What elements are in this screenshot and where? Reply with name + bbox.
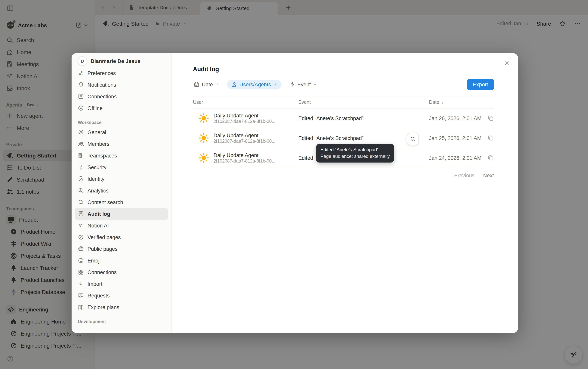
filter-button[interactable]: Event	[288, 80, 318, 89]
sun-agent-avatar-icon	[199, 113, 209, 123]
event-date: Jan 26, 2026, 2:01 AM	[429, 115, 481, 121]
settings-nav-label: Explore plans	[87, 304, 119, 310]
settings-nav-label: Connections	[87, 269, 117, 275]
copy-icon[interactable]	[488, 135, 494, 141]
search-icon	[78, 199, 84, 205]
next-page-button[interactable]: Next	[483, 173, 494, 178]
person-icon	[231, 82, 237, 87]
settings-nav-label: Verified pages	[87, 234, 121, 240]
settings-nav-label: Preferences	[87, 70, 116, 76]
column-header-date[interactable]: Date	[429, 100, 494, 105]
agent-name: Daily Update Agent	[214, 153, 275, 158]
event-description: Edited “Anete’s Scratchpad”	[298, 115, 364, 121]
chevron-down-icon	[313, 82, 317, 86]
development-section-label: Development	[75, 319, 168, 324]
settings-nav-item[interactable]: Offline	[75, 102, 168, 114]
filter-label: Date	[202, 82, 213, 87]
settings-nav-label: Analytics	[87, 188, 109, 194]
copy-icon[interactable]	[488, 155, 494, 161]
calendar-icon	[194, 82, 199, 87]
building-icon	[78, 153, 84, 159]
sun-agent-avatar-icon	[199, 153, 209, 163]
settings-nav-item[interactable]: Emoji	[75, 255, 168, 266]
settings-nav-item[interactable]: Public pages	[75, 243, 168, 255]
settings-nav-item[interactable]: Notifications	[75, 79, 168, 91]
event-date: Jan 25, 2026, 2:01 AM	[429, 135, 481, 141]
key-icon	[78, 164, 84, 170]
settings-nav-item[interactable]: Verified pages	[75, 231, 168, 243]
agent-id: 2f102087-daa7-812a-8f1b-00...	[214, 159, 275, 163]
column-header-event[interactable]: Event	[298, 100, 429, 105]
settings-nav: D Dianmarie De Jesus Preferences Notific…	[72, 53, 172, 333]
event-description: Edited “Anete’s Scratchpad”	[298, 135, 364, 141]
copy-icon[interactable]	[488, 115, 494, 121]
settings-nav-label: Requests	[87, 293, 110, 298]
event-tooltip: Edited “Anete’s Scratchpad” Page audienc…	[316, 144, 394, 163]
settings-nav-item[interactable]: Members	[75, 138, 168, 150]
settings-nav-item[interactable]: Content search	[75, 196, 168, 208]
table-header: User Event Date	[193, 96, 494, 109]
map-icon	[78, 304, 84, 310]
settings-content: Audit log Date Users/Agents	[172, 53, 518, 333]
import-icon	[78, 281, 84, 287]
agent-id: 2f102087-daa7-812a-8f1b-00...	[214, 119, 275, 124]
row-search-button[interactable]	[407, 133, 419, 145]
close-button[interactable]	[502, 59, 511, 67]
settings-nav-item[interactable]: Connections	[75, 91, 168, 102]
pagination: Previous Next	[193, 173, 494, 178]
settings-nav-label: Security	[87, 164, 107, 170]
settings-nav-item[interactable]: Identity	[75, 173, 168, 185]
download-circle-icon	[78, 105, 84, 111]
tooltip-line2: Page audience: shared externally	[320, 153, 390, 160]
audit-log-title: Audit log	[193, 66, 494, 73]
filter-button[interactable]: Users/Agents	[227, 80, 281, 89]
badge-check-icon	[78, 234, 84, 240]
agent-id: 2f102087-daa7-812a-8f1b-00...	[214, 139, 275, 144]
settings-nav-item[interactable]: Explore plans	[75, 301, 168, 313]
table-row[interactable]: Daily Update Agent 2f102087-daa7-812a-8f…	[193, 109, 494, 128]
smile-icon	[78, 257, 84, 264]
request-icon	[78, 292, 84, 299]
settings-nav-item[interactable]: Requests	[75, 290, 168, 301]
sliders-icon	[78, 70, 84, 76]
settings-nav-label: Public pages	[87, 246, 118, 252]
settings-nav-label: Connections	[87, 93, 117, 99]
settings-nav-label: Identity	[87, 176, 104, 182]
filter-button[interactable]: Date	[193, 80, 220, 89]
settings-nav-label: General	[87, 129, 106, 135]
settings-nav-label: Import	[87, 281, 103, 287]
settings-nav-item[interactable]: Preferences	[75, 67, 168, 79]
settings-nav-label: Members	[87, 141, 110, 147]
members-icon	[78, 141, 84, 147]
settings-nav-item[interactable]: Notion AI	[75, 220, 168, 231]
app-window: ACME Acme Labs Search Home Meetings	[0, 0, 588, 369]
globe-icon	[78, 246, 84, 252]
settings-nav-item[interactable]: Teamspaces	[75, 150, 168, 161]
export-button[interactable]: Export	[467, 79, 494, 90]
settings-nav-label: Teamspaces	[87, 153, 117, 158]
agent-name: Daily Update Agent	[214, 113, 275, 119]
settings-nav-item[interactable]: Import	[75, 278, 168, 290]
settings-modal: D Dianmarie De Jesus Preferences Notific…	[72, 53, 518, 333]
search-sparkle-icon	[78, 187, 84, 194]
settings-nav-label: Notifications	[87, 82, 116, 88]
filter-label: Event	[297, 82, 311, 87]
settings-nav-item[interactable]: Security	[75, 161, 168, 173]
settings-nav-item[interactable]: General	[75, 126, 168, 138]
search-icon	[410, 136, 416, 142]
settings-nav-item[interactable]: Audit log	[75, 208, 168, 220]
ai-face-icon	[78, 222, 84, 229]
account-item[interactable]: D Dianmarie De Jesus	[75, 55, 168, 67]
agent-name: Daily Update Agent	[214, 133, 275, 138]
sort-descending-icon	[441, 100, 445, 104]
filter-label: Users/Agents	[239, 82, 271, 87]
close-icon	[504, 61, 509, 65]
settings-nav-item[interactable]: Connections	[75, 266, 168, 278]
previous-page-button[interactable]: Previous	[454, 173, 475, 178]
filter-bar: Date Users/Agents Event Export	[193, 79, 494, 90]
shield-check-icon	[78, 176, 84, 182]
column-header-user[interactable]: User	[193, 100, 298, 105]
bell-icon	[78, 82, 84, 88]
account-name: Dianmarie De Jesus	[91, 58, 141, 64]
settings-nav-item[interactable]: Analytics	[75, 185, 168, 196]
